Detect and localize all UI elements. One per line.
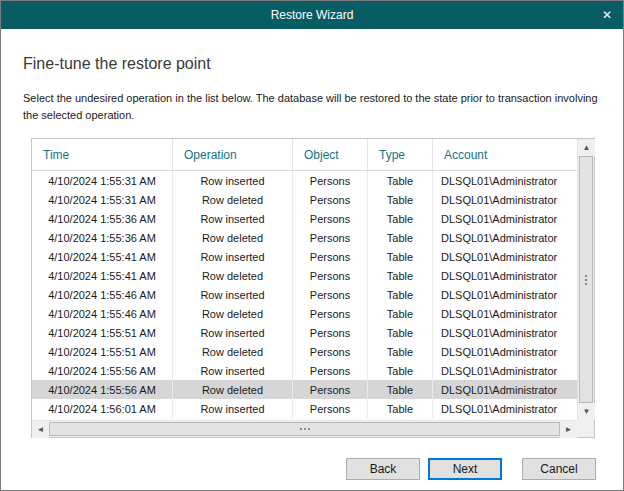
cell-type: Table <box>368 304 433 323</box>
cell-operation: Row inserted <box>173 285 293 304</box>
table-row[interactable]: 4/10/2024 1:55:56 AMRow insertedPersonsT… <box>32 361 577 380</box>
cell-object: Persons <box>293 323 368 342</box>
cell-type: Table <box>368 190 433 209</box>
column-header-account[interactable]: Account <box>433 139 577 170</box>
next-button[interactable]: Next <box>428 458 502 480</box>
cell-operation: Row deleted <box>173 304 293 323</box>
cell-time: 4/10/2024 1:56:01 AM <box>32 399 173 418</box>
cell-time: 4/10/2024 1:55:31 AM <box>32 190 173 209</box>
scroll-up-icon[interactable]: ▲ <box>578 139 595 156</box>
cell-time: 4/10/2024 1:55:56 AM <box>32 380 173 399</box>
close-icon[interactable]: ✕ <box>591 1 623 29</box>
cell-account: DLSQL01\Administrator <box>433 380 577 399</box>
horizontal-scrollbar-thumb[interactable] <box>49 422 560 436</box>
table-row[interactable]: 4/10/2024 1:55:41 AMRow deletedPersonsTa… <box>32 266 577 285</box>
cancel-button[interactable]: Cancel <box>522 458 596 480</box>
table-row[interactable]: 4/10/2024 1:55:51 AMRow insertedPersonsT… <box>32 323 577 342</box>
page-title: Fine-tune the restore point <box>23 55 601 73</box>
table-row[interactable]: 4/10/2024 1:55:36 AMRow insertedPersonsT… <box>32 209 577 228</box>
cell-operation: Row inserted <box>173 323 293 342</box>
table-row[interactable]: 4/10/2024 1:55:31 AMRow deletedPersonsTa… <box>32 190 577 209</box>
cell-type: Table <box>368 342 433 361</box>
cell-time: 4/10/2024 1:55:46 AM <box>32 285 173 304</box>
cell-object: Persons <box>293 285 368 304</box>
titlebar[interactable]: Restore Wizard ✕ <box>1 1 623 29</box>
cell-object: Persons <box>293 342 368 361</box>
table-body: 4/10/2024 1:55:31 AMRow insertedPersonsT… <box>32 171 577 420</box>
cell-time: 4/10/2024 1:55:36 AM <box>32 228 173 247</box>
cell-account: DLSQL01\Administrator <box>433 361 577 380</box>
table-row[interactable]: 4/10/2024 1:55:56 AMRow deletedPersonsTa… <box>32 380 577 399</box>
cell-object: Persons <box>293 399 368 418</box>
cell-object: Persons <box>293 380 368 399</box>
cell-account: DLSQL01\Administrator <box>433 342 577 361</box>
cell-account: DLSQL01\Administrator <box>433 228 577 247</box>
column-header-object[interactable]: Object <box>293 139 368 170</box>
cell-time: 4/10/2024 1:55:51 AM <box>32 342 173 361</box>
cell-operation: Row inserted <box>173 209 293 228</box>
cell-object: Persons <box>293 171 368 190</box>
cell-operation: Row deleted <box>173 228 293 247</box>
cell-account: DLSQL01\Administrator <box>433 247 577 266</box>
scroll-left-icon[interactable]: ◄ <box>32 421 49 438</box>
cell-operation: Row deleted <box>173 266 293 285</box>
table-row[interactable]: 4/10/2024 1:55:51 AMRow deletedPersonsTa… <box>32 342 577 361</box>
table-row[interactable]: 4/10/2024 1:55:31 AMRow insertedPersonsT… <box>32 171 577 190</box>
scroll-down-icon[interactable]: ▼ <box>578 403 595 420</box>
cell-account: DLSQL01\Administrator <box>433 266 577 285</box>
cell-type: Table <box>368 266 433 285</box>
column-header-operation[interactable]: Operation <box>173 139 293 170</box>
table-row[interactable]: 4/10/2024 1:55:41 AMRow insertedPersonsT… <box>32 247 577 266</box>
table-row[interactable]: 4/10/2024 1:55:46 AMRow insertedPersonsT… <box>32 285 577 304</box>
cell-time: 4/10/2024 1:55:51 AM <box>32 323 173 342</box>
table-header-row: Time Operation Object Type Account <box>32 139 577 171</box>
cell-object: Persons <box>293 361 368 380</box>
cell-time: 4/10/2024 1:55:41 AM <box>32 247 173 266</box>
dialog-footer: Back Next Cancel <box>338 458 596 480</box>
page-description: Select the undesired operation in the li… <box>23 90 603 123</box>
column-header-time[interactable]: Time <box>32 139 173 170</box>
cell-account: DLSQL01\Administrator <box>433 285 577 304</box>
cell-account: DLSQL01\Administrator <box>433 399 577 418</box>
cell-time: 4/10/2024 1:55:31 AM <box>32 171 173 190</box>
vertical-scrollbar[interactable]: ▲ ▼ <box>577 139 594 420</box>
cell-time: 4/10/2024 1:55:36 AM <box>32 209 173 228</box>
cell-object: Persons <box>293 266 368 285</box>
table-row[interactable]: 4/10/2024 1:55:46 AMRow deletedPersonsTa… <box>32 304 577 323</box>
scrollbar-corner <box>577 420 594 437</box>
cell-type: Table <box>368 247 433 266</box>
cell-object: Persons <box>293 209 368 228</box>
cell-object: Persons <box>293 228 368 247</box>
cell-operation: Row inserted <box>173 399 293 418</box>
dialog-content: Fine-tune the restore point Select the u… <box>1 55 623 438</box>
cell-account: DLSQL01\Administrator <box>433 171 577 190</box>
cell-type: Table <box>368 380 433 399</box>
vertical-scrollbar-thumb[interactable] <box>579 156 593 403</box>
window-title: Restore Wizard <box>271 8 354 22</box>
cell-account: DLSQL01\Administrator <box>433 323 577 342</box>
cell-type: Table <box>368 399 433 418</box>
horizontal-scrollbar[interactable]: ◄ ► <box>32 420 577 437</box>
cell-type: Table <box>368 228 433 247</box>
cell-object: Persons <box>293 190 368 209</box>
column-header-type[interactable]: Type <box>368 139 433 170</box>
cell-operation: Row inserted <box>173 171 293 190</box>
cell-time: 4/10/2024 1:55:41 AM <box>32 266 173 285</box>
cell-operation: Row deleted <box>173 380 293 399</box>
cell-account: DLSQL01\Administrator <box>433 209 577 228</box>
cell-object: Persons <box>293 304 368 323</box>
table-row[interactable]: 4/10/2024 1:56:01 AMRow insertedPersonsT… <box>32 399 577 418</box>
cell-time: 4/10/2024 1:55:56 AM <box>32 361 173 380</box>
cell-type: Table <box>368 361 433 380</box>
cell-account: DLSQL01\Administrator <box>433 190 577 209</box>
scroll-right-icon[interactable]: ► <box>560 421 577 438</box>
cell-operation: Row inserted <box>173 247 293 266</box>
back-button[interactable]: Back <box>346 458 420 480</box>
cell-object: Persons <box>293 247 368 266</box>
cell-type: Table <box>368 285 433 304</box>
table-row[interactable]: 4/10/2024 1:55:36 AMRow deletedPersonsTa… <box>32 228 577 247</box>
cell-account: DLSQL01\Administrator <box>433 304 577 323</box>
cell-type: Table <box>368 209 433 228</box>
cell-type: Table <box>368 323 433 342</box>
table-scroll-area: Time Operation Object Type Account 4/10/… <box>32 139 577 420</box>
